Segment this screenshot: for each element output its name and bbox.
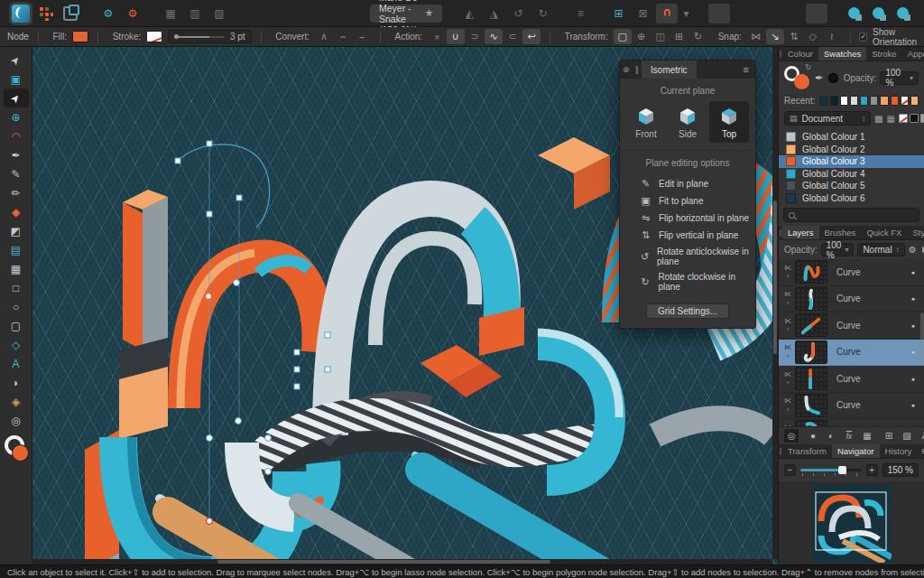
snap-to-geometry-button[interactable]: ⇅ <box>785 29 803 44</box>
layer-row[interactable]: ⋉ › Curve ● <box>779 312 924 340</box>
plane-button[interactable]: Front <box>626 101 666 143</box>
swap-colours-icon[interactable]: ↻ <box>805 63 811 71</box>
pen-tool[interactable]: ✒ <box>4 145 29 164</box>
global-colour-row[interactable]: Global Colour 5 <box>779 180 924 192</box>
snap-to-key-points-button[interactable]: ↘ <box>766 29 784 44</box>
zoom-slider[interactable] <box>800 466 862 475</box>
alignment-button[interactable]: ≡ <box>569 4 591 23</box>
layer-rail[interactable]: ⋉ › <box>781 424 795 426</box>
recent-swatch[interactable] <box>901 96 909 106</box>
circle-square-overlap-button[interactable] <box>844 4 865 23</box>
expand-chevron-icon[interactable]: › <box>787 325 790 334</box>
recent-swatch[interactable] <box>860 96 868 106</box>
quick-swatch[interactable] <box>899 114 908 123</box>
horizontal-scrollbar[interactable] <box>32 559 772 564</box>
mask-layer-button[interactable]: ● <box>806 429 820 443</box>
preferences-button[interactable]: ⚙ <box>122 4 143 23</box>
layer-rail[interactable]: ⋉ › <box>781 264 795 281</box>
transform-align-button[interactable]: ⊞ <box>670 29 688 44</box>
global-colour-row[interactable]: Global Colour 6 <box>779 192 924 205</box>
colour-picker-tool[interactable]: ◗ <box>4 373 29 392</box>
shape-tool[interactable]: ◇ <box>4 335 29 354</box>
fill-colour-circle[interactable] <box>12 444 29 461</box>
stroke-swatch[interactable] <box>146 31 162 42</box>
replace-selection-button[interactable] <box>319 4 341 23</box>
snapping-grid-button[interactable]: ▥ <box>184 4 206 23</box>
layer-rail[interactable]: ⋉ › <box>781 290 795 307</box>
global-colour-row[interactable]: Global Colour 4 <box>779 168 924 181</box>
zoom-slider-knob[interactable] <box>838 466 846 474</box>
transform-rotate-button[interactable]: ↻ <box>689 29 707 44</box>
panel-tab[interactable]: Styles <box>907 226 924 239</box>
swatch-grid-large-button[interactable]: ▦ <box>886 114 894 124</box>
adjustment-button[interactable]: ◐ <box>824 429 838 443</box>
opacity-dropdown[interactable]: 100 % ▾ <box>880 71 919 85</box>
boolean-add-button[interactable] <box>708 4 730 23</box>
panel-tab[interactable]: Stroke <box>866 47 901 61</box>
flip-horizontal-button[interactable]: ◭ <box>458 4 480 23</box>
reverse-curve-button[interactable]: ↩ <box>522 29 541 44</box>
join-curves-button[interactable]: ⊃ <box>466 29 484 44</box>
layer-thumbnail[interactable] <box>795 394 827 417</box>
panel-menu-icon[interactable]: ≡ <box>917 444 924 458</box>
lock-icon[interactable] <box>922 247 924 253</box>
palette-dropdown[interactable]: ▤ Document ↕ <box>784 111 871 126</box>
vertical-scrollbar[interactable] <box>772 47 778 559</box>
text-tool[interactable]: A <box>4 354 29 373</box>
recent-swatch[interactable] <box>850 96 858 106</box>
plane-option[interactable]: ⇋ Flip horizontal in plane <box>620 210 755 227</box>
corner-tool[interactable]: ◠ <box>4 126 29 145</box>
new-pixel-layer-button[interactable]: ▨ <box>900 429 914 443</box>
swatch-grid-small-button[interactable]: ▩ <box>874 114 882 124</box>
zoom-out-button[interactable]: − <box>784 464 796 476</box>
fill-swatch[interactable] <box>72 31 88 42</box>
canvas[interactable]: ⊗ ∥ Isometric ≡ Current plane <box>32 47 778 564</box>
layer-row[interactable]: ⋉ › Curve ● <box>779 366 924 393</box>
panel-tab[interactable]: Navigator <box>832 444 880 458</box>
layer-rail[interactable]: ⋉ › <box>781 396 795 414</box>
smooth-node-button[interactable]: ⌢ <box>334 29 352 44</box>
global-colour-row[interactable]: Global Colour 1 <box>779 131 924 144</box>
navigator-thumbnail[interactable] <box>812 485 892 563</box>
panel-tab[interactable]: Appearance <box>902 47 924 61</box>
panel-tab[interactable]: Transform <box>782 444 832 458</box>
layer-opacity-dropdown[interactable]: 100 % ▾ <box>821 243 855 256</box>
smart-node-button[interactable]: ⌣ <box>353 29 371 44</box>
fill-tool[interactable]: ◆ <box>4 202 29 221</box>
layer-thumbnail[interactable] <box>795 340 827 364</box>
panel-tab[interactable]: Brushes <box>819 226 862 239</box>
circle-grid-overlap-button[interactable] <box>868 4 890 23</box>
navigator-view[interactable] <box>779 481 924 564</box>
transparency-tool[interactable]: ◩ <box>4 221 29 240</box>
layer-row[interactable]: ⋉ › Curve ● <box>779 393 924 420</box>
edit-in-plane-button[interactable]: ▧ <box>208 4 230 23</box>
recent-swatch[interactable] <box>910 96 919 106</box>
point-transform-tool[interactable]: ⊕ <box>4 107 29 126</box>
close-icon[interactable]: ⊗ <box>620 65 633 74</box>
node-tool[interactable]: ➤ <box>4 89 29 107</box>
pixel-persona-button[interactable] <box>35 4 57 23</box>
show-orientation-checkbox[interactable]: ✓ <box>859 33 867 42</box>
blend-gear-icon[interactable]: ⚙ <box>909 245 917 255</box>
new-layer-button[interactable]: ⊞ <box>882 429 896 443</box>
quick-swatch[interactable] <box>920 114 924 123</box>
layer-thumbnail[interactable] <box>795 420 827 426</box>
quick-swatch[interactable] <box>910 114 919 123</box>
panel-tab[interactable]: Layers <box>782 226 819 239</box>
layer-visibility-toggle[interactable]: ● <box>911 295 915 302</box>
edit-all-layers-toggle[interactable]: ◎ <box>784 429 799 443</box>
recent-swatch[interactable] <box>880 96 888 106</box>
zoom-in-button[interactable]: + <box>866 464 878 476</box>
transform-mirror-button[interactable]: ◫ <box>651 29 670 44</box>
plane-option[interactable]: ↻ Rotate clockwise in plane <box>620 269 755 294</box>
panel-tab[interactable]: Swatches <box>818 47 866 61</box>
vertical-scrollbar-thumb[interactable] <box>773 200 777 354</box>
export-persona-button[interactable] <box>60 4 81 23</box>
place-image-tool[interactable]: ▤ <box>4 240 29 259</box>
recent-swatch[interactable] <box>819 96 827 106</box>
expand-chevron-icon[interactable]: › <box>787 352 790 361</box>
plane-option[interactable]: ▣ Fit to plane <box>620 192 755 210</box>
boolean-intersect-button[interactable] <box>757 4 779 23</box>
stroke-width-track[interactable] <box>174 36 224 38</box>
vector-brush-tool[interactable]: ✏ <box>4 183 29 202</box>
